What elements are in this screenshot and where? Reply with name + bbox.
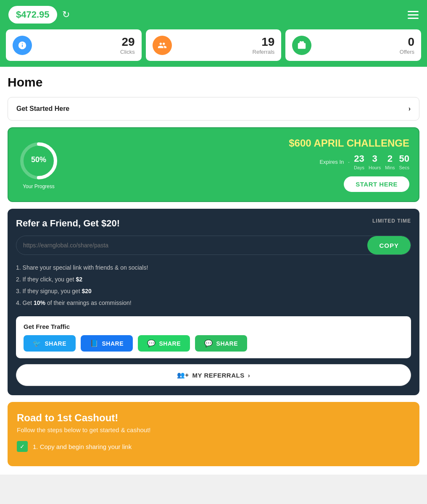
- countdown-secs: 50 Secs: [399, 153, 409, 171]
- stats-row: 29 Clicks 19 Referrals 0 Offers: [0, 29, 427, 67]
- challenge-title: $600 APRIL CHALLENGE: [68, 137, 409, 149]
- referral-step-3: 3. If they signup, you get $20: [16, 285, 411, 297]
- main-content: Home Get Started Here › 50% Your Progres…: [0, 67, 427, 475]
- expires-row: Expires In · 23 Days 3 Hours 2 Mins: [68, 153, 409, 171]
- whatsapp-share-button[interactable]: 💬 SHARE: [138, 335, 190, 352]
- page-title: Home: [8, 75, 419, 89]
- referral-link-row: COPY: [16, 236, 411, 255]
- referral-step-4: 4. Get 10% of their earnings as commissi…: [16, 297, 411, 309]
- countdown-mins: 2 Mins: [385, 153, 395, 171]
- progress-circle: 50%: [18, 140, 60, 182]
- offers-info: 0 Offers: [400, 35, 414, 55]
- chevron-right-icon: ›: [409, 105, 411, 113]
- progress-label: Your Progress: [23, 184, 55, 189]
- stat-card-referrals: 19 Referrals: [146, 29, 282, 61]
- referrals-number: 19: [253, 35, 275, 49]
- countdown-hours: 3 Hours: [369, 153, 381, 171]
- twitter-icon: 🐦: [33, 339, 42, 347]
- cashout-title: Road to 1st Cashout!: [17, 412, 410, 424]
- countdown-days: 23 Days: [354, 153, 364, 171]
- share-buttons: 🐦 SHARE 📘 SHARE 💬 SHARE 💬 SHARE: [24, 335, 403, 352]
- step-text-1: 1. Copy and begin sharing your link: [33, 443, 132, 450]
- copy-button[interactable]: COPY: [367, 236, 411, 255]
- message-icon: 💬: [204, 339, 213, 347]
- offers-number: 0: [400, 35, 414, 49]
- clicks-info: 29 Clicks: [120, 35, 135, 55]
- clicks-icon: [13, 36, 32, 55]
- step-check-1: ✓: [17, 441, 28, 452]
- cashout-step-1: ✓ 1. Copy and begin sharing your link: [17, 441, 410, 452]
- referral-step-2: 2. If they click, you get $2: [16, 273, 411, 285]
- my-referrals-icon: 👥+: [177, 371, 189, 379]
- get-traffic-card: Get Free Traffic 🐦 SHARE 📘 SHARE 💬 SHARE…: [16, 316, 411, 358]
- progress-wrapper: 50% Your Progress: [18, 140, 60, 189]
- message-share-button[interactable]: 💬 SHARE: [195, 335, 247, 352]
- offers-label: Offers: [400, 49, 414, 55]
- cashout-subtitle: Follow the steps below to get started & …: [17, 426, 410, 433]
- progress-percent: 50%: [31, 155, 46, 164]
- referral-header: Refer a Friend, Get $20! LIMITED TIME: [16, 218, 411, 229]
- get-started-label: Get Started Here: [16, 105, 69, 113]
- cashout-card: Road to 1st Cashout! Follow the steps be…: [8, 402, 419, 466]
- start-here-button[interactable]: START HERE: [344, 176, 409, 192]
- balance-badge: $472.95: [8, 6, 57, 24]
- my-referrals-chevron: ›: [248, 372, 250, 379]
- facebook-share-button[interactable]: 📘 SHARE: [81, 335, 133, 352]
- challenge-right: $600 APRIL CHALLENGE Expires In · 23 Day…: [68, 137, 409, 192]
- menu-button[interactable]: [408, 9, 419, 21]
- offers-icon: [292, 36, 311, 55]
- stat-card-clicks: 29 Clicks: [6, 29, 142, 61]
- clicks-number: 29: [120, 35, 135, 49]
- whatsapp-icon: 💬: [147, 339, 156, 347]
- countdown: 23 Days 3 Hours 2 Mins 50 Secs: [354, 153, 409, 171]
- twitter-share-button[interactable]: 🐦 SHARE: [24, 335, 76, 352]
- clicks-label: Clicks: [120, 49, 135, 55]
- header-left: $472.95 ↻: [8, 6, 70, 24]
- cashout-steps: ✓ 1. Copy and begin sharing your link: [17, 441, 410, 452]
- expires-label: Expires In: [319, 159, 344, 165]
- expires-dot: ·: [348, 159, 350, 165]
- my-referrals-button[interactable]: 👥+ MY REFERRALS ›: [16, 364, 411, 386]
- get-traffic-title: Get Free Traffic: [24, 323, 403, 330]
- challenge-card: 50% Your Progress $600 APRIL CHALLENGE E…: [8, 127, 419, 202]
- stat-card-offers: 0 Offers: [285, 29, 421, 61]
- referral-steps: 1. Share your special link with friends …: [16, 262, 411, 309]
- referrals-icon: [153, 36, 172, 55]
- referral-step-1: 1. Share your special link with friends …: [16, 262, 411, 273]
- facebook-icon: 📘: [90, 339, 99, 347]
- limited-badge: LIMITED TIME: [372, 218, 411, 224]
- header: $472.95 ↻: [0, 0, 427, 29]
- referrals-label: Referrals: [253, 49, 275, 55]
- refresh-icon[interactable]: ↻: [62, 9, 70, 20]
- referral-card: Refer a Friend, Get $20! LIMITED TIME CO…: [8, 209, 419, 395]
- get-started-card[interactable]: Get Started Here ›: [8, 97, 419, 121]
- referral-title: Refer a Friend, Get $20!: [16, 218, 120, 229]
- referrals-info: 19 Referrals: [253, 35, 275, 55]
- referral-link-input[interactable]: [16, 236, 367, 255]
